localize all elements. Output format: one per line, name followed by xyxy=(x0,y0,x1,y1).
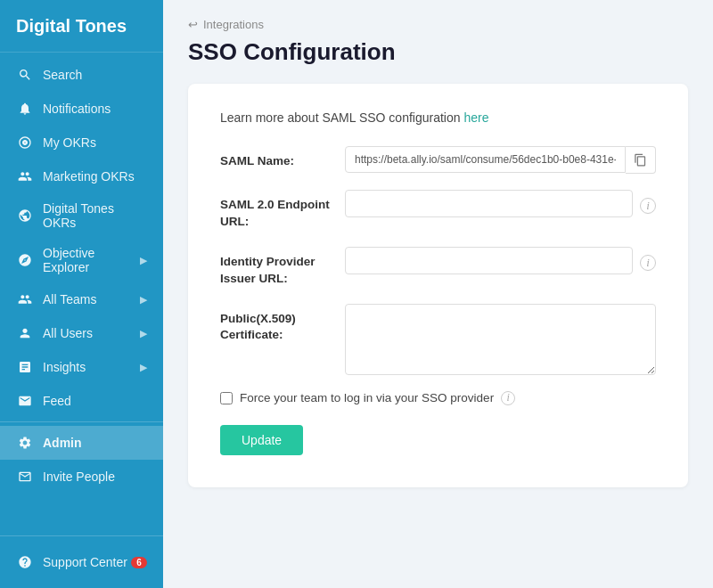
saml-name-label: SAML Name: xyxy=(220,146,345,170)
sidebar-item-insights[interactable]: Insights ▶ xyxy=(0,350,163,384)
sidebar-item-marketing-okrs[interactable]: Marketing OKRs xyxy=(0,159,163,193)
support-icon xyxy=(16,553,34,571)
sidebar-item-digital-tones-okrs[interactable]: Digital Tones OKRs xyxy=(0,193,163,238)
identity-provider-info-icon[interactable]: i xyxy=(640,255,656,271)
sidebar-item-label: Invite People xyxy=(43,470,115,484)
card-info: Learn more about SAML SSO configuration … xyxy=(220,110,656,125)
force-sso-checkbox[interactable] xyxy=(220,392,233,404)
chevron-right-icon: ▶ xyxy=(140,328,147,339)
sidebar-nav: Search Notifications My OKRs Marketing O… xyxy=(0,53,163,535)
support-badge: 6 xyxy=(131,557,147,568)
saml-name-input[interactable] xyxy=(345,146,626,173)
main-content: ↩ Integrations SSO Configuration Learn m… xyxy=(163,0,713,588)
identity-provider-row: Identity Provider Issuer URL: i xyxy=(220,247,656,288)
breadcrumb-link[interactable]: Integrations xyxy=(203,18,264,31)
chart-icon xyxy=(16,358,34,376)
saml-endpoint-input[interactable] xyxy=(345,190,633,217)
chevron-right-icon: ▶ xyxy=(140,255,147,266)
sidebar: Digital Tones Search Notifications My OK… xyxy=(0,0,163,588)
sidebar-item-label: Notifications xyxy=(43,102,111,116)
invite-icon xyxy=(16,468,34,486)
chevron-right-icon: ▶ xyxy=(140,294,147,306)
chevron-right-icon: ▶ xyxy=(140,362,147,373)
sidebar-footer: Support Center 6 xyxy=(0,535,163,588)
sidebar-item-all-users[interactable]: All Users ▶ xyxy=(0,316,163,350)
force-sso-label: Force your team to log in via your SSO p… xyxy=(240,391,494,404)
sidebar-item-objective-explorer[interactable]: Objective Explorer ▶ xyxy=(0,238,163,282)
search-icon xyxy=(16,66,34,84)
identity-provider-input[interactable] xyxy=(345,247,633,274)
saml-endpoint-field-wrap: i xyxy=(345,190,656,217)
here-link[interactable]: here xyxy=(463,110,488,125)
sidebar-item-label: All Users xyxy=(43,326,93,340)
saml-name-field-wrap xyxy=(345,146,656,174)
app-logo: Digital Tones xyxy=(0,0,163,53)
sidebar-item-label: My OKRs xyxy=(43,135,96,150)
sidebar-footer-label: Support Center xyxy=(43,555,127,569)
page-title: SSO Configuration xyxy=(188,38,688,66)
sidebar-item-label: Feed xyxy=(43,394,71,408)
sidebar-item-label: All Teams xyxy=(43,292,96,306)
main-area: ↩ Integrations SSO Configuration Learn m… xyxy=(163,0,713,588)
sidebar-item-label: Digital Tones OKRs xyxy=(43,201,147,230)
users-icon xyxy=(16,324,34,342)
update-button[interactable]: Update xyxy=(220,425,303,455)
sidebar-item-search[interactable]: Search xyxy=(0,58,163,92)
sso-config-card: Learn more about SAML SSO configuration … xyxy=(188,84,688,487)
sidebar-item-notifications[interactable]: Notifications xyxy=(0,92,163,126)
sidebar-item-invite-people[interactable]: Invite People xyxy=(0,460,163,494)
identity-provider-label: Identity Provider Issuer URL: xyxy=(220,247,345,288)
sidebar-item-label: Search xyxy=(43,68,82,82)
teams-icon xyxy=(16,290,34,308)
sidebar-item-label: Admin xyxy=(43,436,82,450)
certificate-field-wrap xyxy=(345,304,656,375)
breadcrumb-arrow: ↩ xyxy=(188,18,198,31)
saml-name-row: SAML Name: xyxy=(220,146,656,174)
copy-saml-name-button[interactable] xyxy=(626,146,656,174)
saml-endpoint-info-icon[interactable]: i xyxy=(640,198,656,214)
certificate-textarea[interactable] xyxy=(345,304,656,375)
certificate-row: Public(X.509) Certificate: xyxy=(220,304,656,375)
sidebar-item-admin[interactable]: Admin xyxy=(0,426,163,460)
saml-endpoint-label: SAML 2.0 Endpoint URL: xyxy=(220,190,345,231)
sidebar-item-label: Objective Explorer xyxy=(43,246,140,274)
people-icon xyxy=(16,167,34,185)
certificate-label: Public(X.509) Certificate: xyxy=(220,304,345,345)
sidebar-item-all-teams[interactable]: All Teams ▶ xyxy=(0,282,163,316)
breadcrumb: ↩ Integrations xyxy=(188,18,688,31)
force-sso-info-icon[interactable]: i xyxy=(501,391,515,405)
globe-icon xyxy=(16,207,34,225)
bell-icon xyxy=(16,100,34,118)
force-sso-row: Force your team to log in via your SSO p… xyxy=(220,391,656,405)
sidebar-item-label: Insights xyxy=(43,360,86,374)
target-icon xyxy=(16,134,34,151)
sidebar-item-feed[interactable]: Feed xyxy=(0,384,163,418)
sidebar-item-my-okrs[interactable]: My OKRs xyxy=(0,126,163,159)
gear-icon xyxy=(16,434,34,452)
saml-endpoint-row: SAML 2.0 Endpoint URL: i xyxy=(220,190,656,231)
feed-icon xyxy=(16,392,34,410)
compass-icon xyxy=(16,251,34,269)
identity-provider-field-wrap: i xyxy=(345,247,656,274)
sidebar-item-support-center[interactable]: Support Center 6 xyxy=(0,545,163,579)
sidebar-item-label: Marketing OKRs xyxy=(43,169,135,184)
